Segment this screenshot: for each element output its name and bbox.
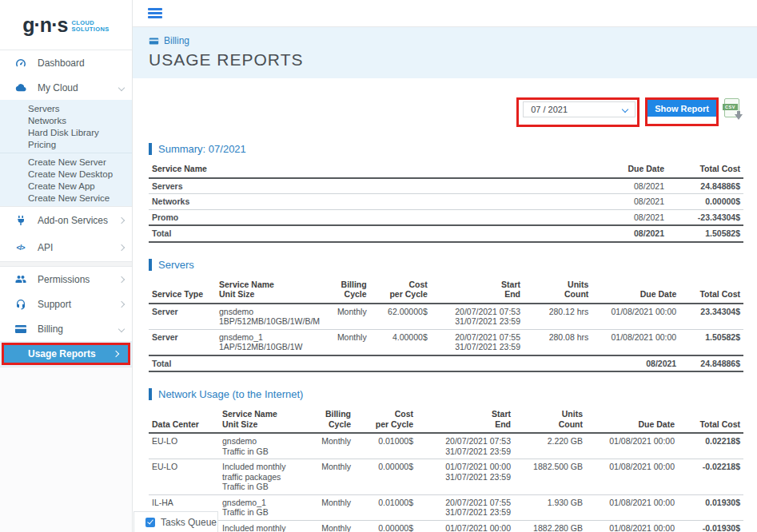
show-report-button[interactable]: Show Report [647,100,716,117]
chevron-right-icon [118,244,125,251]
table-row: IL-HA gnsdemo_1Traffic in GB Monthly 0.0… [149,494,743,520]
sidebar-item-label: Add-on Services [38,215,119,226]
sidebar-item-permissions[interactable]: Permissions [0,267,132,292]
report-controls: 07 / 2021 Show Report CSV [149,97,743,127]
my-cloud-submenu: Servers Networks Hard Disk Library Prici… [0,100,132,206]
table-row: Servers 08/2021 24.84886$ [149,178,743,194]
section-bar [149,143,152,155]
sidebar-item-networks[interactable]: Networks [0,114,132,126]
summary-section-heading: Summary: 07/2021 [149,143,743,155]
tasks-queue-button[interactable]: Tasks Queue [133,511,218,532]
download-arrow-icon [735,114,743,120]
sidebar-item-api[interactable]: </> API [0,234,132,261]
page-title: USAGE REPORTS [149,50,757,69]
sidebar-item-label: Permissions [38,274,119,285]
csv-export-icon[interactable]: CSV [724,98,743,120]
table-row: Server gnsdemo_11AP/512MB/10GB/1W Monthl… [149,329,743,355]
app-window: g·n·s CLOUD SOLUTIONS Dashboard My Cloud… [0,0,757,532]
sidebar-item-label: Support [38,299,119,310]
section-bar [149,388,152,400]
report-content: 07 / 2021 Show Report CSV Summary: 07/2 [133,78,757,532]
users-icon [14,273,27,286]
table-row: Networks 08/2021 0.00000$ [149,194,743,210]
checked-checkbox-icon [145,518,155,527]
table-row: IL-HA Included monthly traffic packagesT… [149,520,743,532]
sidebar-item-create-new-service[interactable]: Create New Service [0,192,132,204]
table-header-row: Service Name Due Date Total Cost [149,162,743,178]
gns-logo: g·n·s CLOUD SOLUTIONS [0,0,132,50]
logo-text: g·n·s [22,14,67,37]
sidebar-item-hard-disk-library[interactable]: Hard Disk Library [0,126,132,138]
sidebar-item-usage-reports[interactable]: Usage Reports [2,343,130,365]
sidebar-item-my-cloud[interactable]: My Cloud [0,75,132,100]
table-row: Promo 08/2021 -23.34304$ [149,209,743,225]
month-select-value: 07 / 2021 [531,105,568,114]
tasks-queue-label: Tasks Queue [161,517,217,528]
credit-card-icon [14,323,27,335]
sidebar-item-dashboard[interactable]: Dashboard [0,50,132,75]
logo-subtext: CLOUD SOLUTIONS [71,17,109,33]
chevron-down-icon [118,84,125,90]
csv-label: CSV [723,104,738,110]
table-header-row: Data Center Service Name Unit Size Billi… [149,407,743,433]
summary-table: Service Name Due Date Total Cost Servers… [149,162,743,243]
dashboard-icon [14,57,27,69]
divider [0,261,132,267]
page-header: Billing USAGE REPORTS [133,27,757,78]
sidebar: g·n·s CLOUD SOLUTIONS Dashboard My Cloud… [0,0,133,532]
table-header-row: Service Type Service Name Unit Size Bill… [149,278,743,304]
sidebar-item-pricing[interactable]: Pricing [0,138,132,150]
table-row: EU-LO Included monthly traffic packagesT… [149,459,743,495]
servers-section-heading: Servers [149,259,743,271]
sidebar-item-support[interactable]: Support [0,292,132,316]
show-report-annotation: Show Report [645,97,719,126]
table-total-row: Total 08/2021 1.50582$ [149,225,743,242]
chevron-right-icon [118,300,125,307]
sidebar-item-label: My Cloud [38,82,119,93]
billing-submenu: Usage Reports [0,341,132,367]
table-row: EU-LO gnsdemoTraffic in GB Monthly 0.010… [149,433,743,459]
sidebar-item-label: Dashboard [38,58,124,69]
headset-icon [14,298,27,311]
credit-card-icon [149,36,159,46]
month-select[interactable]: 07 / 2021 [523,101,635,117]
main-area: Billing USAGE REPORTS 07 / 2021 Show Rep… [133,0,757,532]
sidebar-item-create-new-server[interactable]: Create New Server [0,156,132,168]
sidebar-empty-area [0,367,132,532]
top-bar [133,0,757,27]
section-bar [149,259,152,271]
table-row: Server gnsdemo1BP/512MB/10GB/1W/B/M Mont… [149,304,743,330]
breadcrumb-label: Billing [164,35,189,46]
network-usage-table: Data Center Service Name Unit Size Billi… [149,407,743,532]
chevron-down-icon [622,106,628,113]
divider [0,153,132,153]
code-icon: </> [14,241,27,254]
servers-table: Service Type Service Name Unit Size Bill… [149,278,743,373]
chevron-right-icon [113,351,119,357]
menu-icon[interactable] [148,6,162,21]
cloud-icon [14,81,27,94]
table-total-row: Total 08/2021 24.84886$ [149,355,743,372]
chevron-down-icon [118,325,125,332]
sidebar-item-create-new-app[interactable]: Create New App [0,180,132,192]
sidebar-item-addon-services[interactable]: Add-on Services [0,207,132,234]
sidebar-item-label: API [38,242,119,253]
chevron-right-icon [118,217,125,224]
month-select-annotation: 07 / 2021 [516,97,639,127]
sidebar-item-label: Billing [38,324,119,335]
sidebar-item-label: Usage Reports [28,348,96,359]
chevron-right-icon [118,276,125,282]
sidebar-item-create-new-desktop[interactable]: Create New Desktop [0,168,132,180]
network-section-heading: Network Usage (to the Internet) [149,388,743,400]
breadcrumb[interactable]: Billing [149,35,757,46]
plug-icon [14,214,27,227]
sidebar-item-servers[interactable]: Servers [0,102,132,114]
sidebar-item-billing[interactable]: Billing [0,316,132,341]
